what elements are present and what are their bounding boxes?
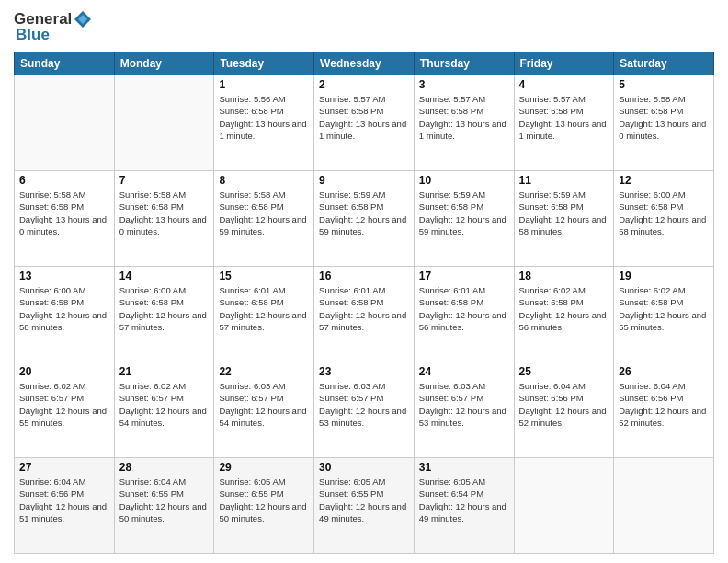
calendar-week-row: 1Sunrise: 5:56 AMSunset: 6:58 PMDaylight… bbox=[15, 75, 714, 171]
day-info: Sunrise: 5:58 AMSunset: 6:58 PMDaylight:… bbox=[19, 189, 109, 237]
calendar-week-row: 13Sunrise: 6:00 AMSunset: 6:58 PMDayligh… bbox=[15, 267, 714, 362]
logo: General Blue bbox=[14, 9, 94, 44]
day-info: Sunrise: 6:01 AMSunset: 6:58 PMDaylight:… bbox=[319, 284, 409, 333]
day-number: 16 bbox=[319, 270, 409, 282]
col-wednesday: Wednesday bbox=[314, 52, 415, 75]
day-info: Sunrise: 6:02 AMSunset: 6:57 PMDaylight:… bbox=[19, 380, 109, 429]
day-info: Sunrise: 5:57 AMSunset: 6:58 PMDaylight:… bbox=[519, 93, 609, 142]
calendar-day-cell: 10Sunrise: 5:59 AMSunset: 6:58 PMDayligh… bbox=[414, 171, 514, 267]
day-number: 31 bbox=[419, 461, 509, 474]
calendar-day-cell: 31Sunrise: 6:05 AMSunset: 6:54 PMDayligh… bbox=[414, 458, 514, 554]
day-info: Sunrise: 5:58 AMSunset: 6:58 PMDaylight:… bbox=[119, 189, 210, 237]
day-number: 18 bbox=[519, 270, 609, 282]
calendar-day-cell: 20Sunrise: 6:02 AMSunset: 6:57 PMDayligh… bbox=[15, 362, 115, 458]
day-number: 28 bbox=[119, 461, 210, 474]
day-info: Sunrise: 5:57 AMSunset: 6:58 PMDaylight:… bbox=[419, 93, 509, 142]
day-number: 27 bbox=[19, 461, 109, 474]
calendar-week-row: 20Sunrise: 6:02 AMSunset: 6:57 PMDayligh… bbox=[15, 362, 714, 458]
calendar-day-cell: 27Sunrise: 6:04 AMSunset: 6:56 PMDayligh… bbox=[15, 458, 115, 554]
day-number: 19 bbox=[619, 270, 709, 282]
day-number: 3 bbox=[419, 78, 509, 91]
day-info: Sunrise: 6:04 AMSunset: 6:55 PMDaylight:… bbox=[119, 476, 210, 524]
calendar-day-cell: 8Sunrise: 5:58 AMSunset: 6:58 PMDaylight… bbox=[214, 171, 314, 267]
day-info: Sunrise: 6:02 AMSunset: 6:57 PMDaylight:… bbox=[119, 380, 210, 429]
day-info: Sunrise: 6:02 AMSunset: 6:58 PMDaylight:… bbox=[519, 284, 609, 333]
day-number: 13 bbox=[19, 270, 109, 282]
day-number: 9 bbox=[319, 174, 409, 187]
day-info: Sunrise: 6:04 AMSunset: 6:56 PMDaylight:… bbox=[19, 476, 109, 524]
calendar-week-row: 27Sunrise: 6:04 AMSunset: 6:56 PMDayligh… bbox=[15, 458, 714, 554]
calendar-day-cell: 13Sunrise: 6:00 AMSunset: 6:58 PMDayligh… bbox=[15, 267, 115, 362]
day-number: 14 bbox=[119, 270, 210, 282]
header: General Blue bbox=[14, 9, 714, 44]
calendar-day-cell: 23Sunrise: 6:03 AMSunset: 6:57 PMDayligh… bbox=[314, 362, 415, 458]
day-number: 15 bbox=[219, 270, 309, 282]
day-number: 30 bbox=[319, 461, 409, 474]
col-monday: Monday bbox=[114, 52, 214, 75]
calendar-day-cell: 14Sunrise: 6:00 AMSunset: 6:58 PMDayligh… bbox=[114, 267, 214, 362]
day-number: 25 bbox=[519, 365, 609, 378]
day-info: Sunrise: 6:00 AMSunset: 6:58 PMDaylight:… bbox=[119, 284, 210, 333]
day-number: 20 bbox=[19, 365, 109, 378]
day-info: Sunrise: 6:04 AMSunset: 6:56 PMDaylight:… bbox=[619, 380, 709, 429]
calendar-day-cell: 2Sunrise: 5:57 AMSunset: 6:58 PMDaylight… bbox=[314, 75, 415, 171]
calendar-day-cell: 5Sunrise: 5:58 AMSunset: 6:58 PMDaylight… bbox=[614, 75, 714, 171]
day-info: Sunrise: 6:05 AMSunset: 6:55 PMDaylight:… bbox=[319, 476, 409, 524]
calendar-day-cell: 30Sunrise: 6:05 AMSunset: 6:55 PMDayligh… bbox=[314, 458, 415, 554]
col-saturday: Saturday bbox=[614, 52, 714, 75]
day-info: Sunrise: 5:56 AMSunset: 6:58 PMDaylight:… bbox=[219, 93, 309, 142]
day-number: 8 bbox=[219, 174, 309, 187]
calendar-day-cell: 7Sunrise: 5:58 AMSunset: 6:58 PMDaylight… bbox=[114, 171, 214, 267]
day-info: Sunrise: 6:04 AMSunset: 6:56 PMDaylight:… bbox=[519, 380, 609, 429]
day-info: Sunrise: 6:05 AMSunset: 6:55 PMDaylight:… bbox=[219, 476, 309, 524]
calendar-day-cell: 9Sunrise: 5:59 AMSunset: 6:58 PMDaylight… bbox=[314, 171, 415, 267]
calendar-header-row: Sunday Monday Tuesday Wednesday Thursday… bbox=[15, 52, 714, 75]
day-number: 7 bbox=[119, 174, 210, 187]
day-info: Sunrise: 6:03 AMSunset: 6:57 PMDaylight:… bbox=[219, 380, 309, 429]
day-number: 2 bbox=[319, 78, 409, 91]
calendar-day-cell: 6Sunrise: 5:58 AMSunset: 6:58 PMDaylight… bbox=[15, 171, 115, 267]
calendar-day-cell: 26Sunrise: 6:04 AMSunset: 6:56 PMDayligh… bbox=[614, 362, 714, 458]
day-number: 26 bbox=[619, 365, 709, 378]
day-info: Sunrise: 6:00 AMSunset: 6:58 PMDaylight:… bbox=[19, 284, 109, 333]
day-info: Sunrise: 6:01 AMSunset: 6:58 PMDaylight:… bbox=[419, 284, 509, 333]
calendar-day-cell: 21Sunrise: 6:02 AMSunset: 6:57 PMDayligh… bbox=[114, 362, 214, 458]
day-info: Sunrise: 6:00 AMSunset: 6:58 PMDaylight:… bbox=[619, 189, 709, 237]
calendar-day-cell bbox=[614, 458, 714, 554]
calendar-day-cell: 16Sunrise: 6:01 AMSunset: 6:58 PMDayligh… bbox=[314, 267, 415, 362]
calendar-week-row: 6Sunrise: 5:58 AMSunset: 6:58 PMDaylight… bbox=[15, 171, 714, 267]
day-number: 22 bbox=[219, 365, 309, 378]
col-tuesday: Tuesday bbox=[214, 52, 314, 75]
calendar-day-cell: 17Sunrise: 6:01 AMSunset: 6:58 PMDayligh… bbox=[414, 267, 514, 362]
day-info: Sunrise: 6:02 AMSunset: 6:58 PMDaylight:… bbox=[619, 284, 709, 333]
day-number: 23 bbox=[319, 365, 409, 378]
day-info: Sunrise: 5:57 AMSunset: 6:58 PMDaylight:… bbox=[319, 93, 409, 142]
day-number: 29 bbox=[219, 461, 309, 474]
calendar-day-cell: 15Sunrise: 6:01 AMSunset: 6:58 PMDayligh… bbox=[214, 267, 314, 362]
day-number: 4 bbox=[519, 78, 609, 91]
day-number: 12 bbox=[619, 174, 709, 187]
day-number: 24 bbox=[419, 365, 509, 378]
calendar-day-cell: 18Sunrise: 6:02 AMSunset: 6:58 PMDayligh… bbox=[514, 267, 614, 362]
page: General Blue Sunday Monday Tuesday Wedne… bbox=[0, 0, 728, 563]
day-info: Sunrise: 5:59 AMSunset: 6:58 PMDaylight:… bbox=[519, 189, 609, 237]
day-info: Sunrise: 6:05 AMSunset: 6:54 PMDaylight:… bbox=[419, 476, 509, 524]
calendar-day-cell bbox=[114, 75, 214, 171]
day-number: 17 bbox=[419, 270, 509, 282]
calendar-day-cell: 12Sunrise: 6:00 AMSunset: 6:58 PMDayligh… bbox=[614, 171, 714, 267]
calendar-table: Sunday Monday Tuesday Wednesday Thursday… bbox=[14, 52, 714, 554]
day-number: 1 bbox=[219, 78, 309, 91]
calendar-day-cell: 19Sunrise: 6:02 AMSunset: 6:58 PMDayligh… bbox=[614, 267, 714, 362]
col-sunday: Sunday bbox=[15, 52, 115, 75]
day-number: 11 bbox=[519, 174, 609, 187]
day-number: 10 bbox=[419, 174, 509, 187]
day-number: 21 bbox=[119, 365, 210, 378]
calendar-day-cell bbox=[514, 458, 614, 554]
calendar-day-cell: 25Sunrise: 6:04 AMSunset: 6:56 PMDayligh… bbox=[514, 362, 614, 458]
day-info: Sunrise: 5:59 AMSunset: 6:58 PMDaylight:… bbox=[319, 189, 409, 237]
calendar-day-cell: 1Sunrise: 5:56 AMSunset: 6:58 PMDaylight… bbox=[214, 75, 314, 171]
day-info: Sunrise: 5:58 AMSunset: 6:58 PMDaylight:… bbox=[219, 189, 309, 237]
day-info: Sunrise: 5:59 AMSunset: 6:58 PMDaylight:… bbox=[419, 189, 509, 237]
calendar-day-cell: 22Sunrise: 6:03 AMSunset: 6:57 PMDayligh… bbox=[214, 362, 314, 458]
day-info: Sunrise: 5:58 AMSunset: 6:58 PMDaylight:… bbox=[619, 93, 709, 142]
